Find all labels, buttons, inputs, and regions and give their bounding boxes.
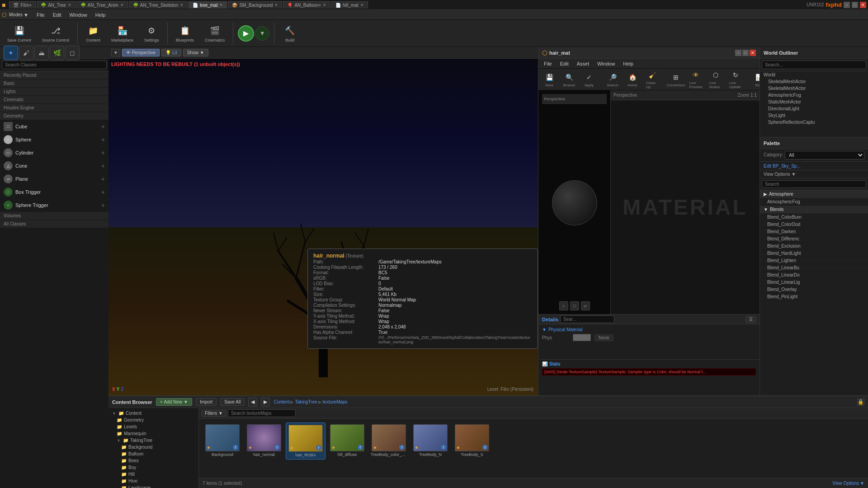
foliage-mode-icon[interactable]: 🌿: [50, 46, 64, 60]
class-item-cylinder[interactable]: ⬭ Cylinder +: [0, 146, 108, 160]
outliner-item-skylight[interactable]: SkyLight: [760, 112, 868, 119]
mat-live-update-button[interactable]: ↻ Live Update: [726, 68, 745, 90]
path-texture-maps[interactable]: textureMaps: [323, 399, 348, 404]
view-options-link[interactable]: View Options ▼: [760, 170, 868, 178]
minimize-button[interactable]: −: [844, 2, 850, 8]
tab-an-tree[interactable]: 🌳 AN_Tree ✕: [37, 1, 75, 9]
path-taking-tree[interactable]: TakingTree: [295, 399, 317, 404]
cube-add-icon[interactable]: +: [101, 123, 105, 130]
section-houdini-engine[interactable]: Houdini Engine: [0, 104, 108, 112]
tab-film[interactable]: 🎬 Film+: [9, 1, 36, 9]
marketplace-button[interactable]: 🏪 Marketplace: [108, 23, 137, 44]
box-trigger-add-icon[interactable]: +: [101, 188, 105, 196]
view-options-button[interactable]: View Options ▼: [832, 481, 864, 486]
import-button[interactable]: Import: [196, 398, 217, 406]
mat-home-button[interactable]: 🏠 Home: [623, 70, 642, 89]
asset-hair-rgba[interactable]: ★ T hair_RGBA: [286, 422, 326, 460]
mat-menu-file[interactable]: File: [540, 60, 556, 67]
palette-item-blend-darken[interactable]: Blend_Darken: [760, 228, 868, 235]
palette-item-blend-linearlig[interactable]: Blend_LinearLig: [760, 279, 868, 286]
asset-treebody-color[interactable]: ★ T TreeBody_color_1001: [369, 422, 409, 460]
place-mode-icon[interactable]: ✦: [4, 46, 18, 60]
palette-category-select[interactable]: All: [785, 151, 864, 160]
class-item-sphere[interactable]: ○ Sphere +: [0, 133, 108, 146]
class-item-plane[interactable]: ▱ Plane +: [0, 173, 108, 186]
tab-sm-background[interactable]: 📦 SM_Background ✕: [228, 1, 282, 9]
outliner-item-static[interactable]: StaticMeshActor: [760, 99, 868, 105]
mat-minimize-button[interactable]: −: [735, 50, 741, 56]
mat-menu-window[interactable]: Window: [594, 60, 618, 67]
palette-item-blend-exclusion[interactable]: Blend_Exclusion: [760, 243, 868, 250]
tree-item-mannequin[interactable]: 📁 Mannequin: [108, 430, 198, 437]
section-cinematic[interactable]: Cinematic: [0, 96, 108, 104]
plane-add-icon[interactable]: +: [101, 175, 105, 183]
close-button[interactable]: ✕: [860, 2, 866, 8]
mat-menu-asset[interactable]: Asset: [573, 60, 593, 67]
show-button[interactable]: Show ▼: [183, 49, 208, 56]
asset-treebody-s[interactable]: ★ T TreeBody_S: [452, 422, 492, 460]
tab-an-tree-anim[interactable]: 🌳 AN_Tree_Anim ✕: [76, 1, 128, 9]
class-item-sphere-trigger[interactable]: ○ Sphere Trigger +: [0, 199, 108, 212]
mat-maximize-button[interactable]: □: [742, 50, 749, 56]
palette-search-input[interactable]: [762, 180, 866, 188]
tree-item-background[interactable]: 📁 Background: [108, 444, 198, 450]
palette-item-blend-linearbu[interactable]: Blend_LinearBu: [760, 264, 868, 272]
path-content[interactable]: Content: [274, 399, 289, 404]
mat-menu-edit[interactable]: Edit: [557, 60, 572, 67]
asset-background[interactable]: ★ T Background: [203, 422, 242, 460]
palette-item-atmospheric-fog[interactable]: AtmosphericFog: [760, 198, 868, 206]
build-button[interactable]: 🔨 Build: [279, 23, 301, 44]
lit-button[interactable]: 💡 Lit: [161, 49, 181, 56]
preview-sphere-button[interactable]: ○: [559, 301, 568, 310]
tree-item-content[interactable]: ▼ 📁 Content: [108, 410, 198, 417]
menu-file[interactable]: File: [33, 11, 48, 19]
add-new-button[interactable]: + Add New ▼: [156, 398, 192, 406]
cone-add-icon[interactable]: +: [101, 162, 105, 169]
menu-window[interactable]: Window: [66, 11, 91, 19]
mat-apply-button[interactable]: ✓ Apply: [580, 70, 598, 89]
mat-close-button[interactable]: ✕: [750, 50, 756, 56]
play-button[interactable]: ▶: [238, 25, 254, 42]
tree-item-geometry[interactable]: 📁 Geometry: [108, 417, 198, 423]
nav-back-button[interactable]: ◀: [248, 398, 257, 407]
outliner-item-directional[interactable]: DirectionalLight: [760, 105, 868, 112]
modes-control[interactable]: Modes ▼: [9, 12, 28, 18]
nav-forward-button[interactable]: ▶: [261, 398, 270, 407]
save-all-button[interactable]: Save All: [220, 398, 245, 406]
palette-item-blend-overlay[interactable]: Blend_Overlay: [760, 286, 868, 293]
tab-hill-mat[interactable]: 📄 hill_mat ✕: [331, 1, 368, 9]
content-button[interactable]: 📁 Content: [82, 23, 104, 44]
paint-mode-icon[interactable]: 🖌: [19, 46, 33, 60]
section-volumes[interactable]: Volumes: [0, 212, 108, 220]
asset-search-input[interactable]: [228, 409, 296, 417]
mat-search-button[interactable]: 🔎 Search: [604, 70, 622, 89]
details-search-input[interactable]: [560, 315, 614, 323]
preview-plane-button[interactable]: ▱: [581, 301, 590, 310]
palette-item-blend-colorburn[interactable]: Blend_ColorBurn: [760, 214, 868, 221]
section-recently-placed[interactable]: Recently Placed: [0, 71, 108, 80]
viewport-canvas[interactable]: LIGHTING NEEDS TO BE REBUILT (1 unbuilt …: [108, 59, 538, 395]
tab-an-tree-skeleton[interactable]: 🌳 AN_Tree_Skeleton ✕: [129, 1, 188, 9]
blueprints-button[interactable]: 📋 Blueprints: [172, 23, 198, 44]
phys-color-swatch[interactable]: [573, 334, 591, 341]
section-geometry[interactable]: Geometry: [0, 112, 108, 120]
palette-item-blend-lighten[interactable]: Blend_Lighten: [760, 257, 868, 264]
details-options-button[interactable]: ☰: [746, 316, 756, 323]
filters-button[interactable]: Filters ▼: [202, 410, 226, 417]
lock-button[interactable]: 🔒: [857, 399, 864, 406]
menu-help[interactable]: Help: [92, 11, 109, 19]
tree-item-levels[interactable]: 📁 Levels: [108, 423, 198, 430]
palette-cat-atmosphere[interactable]: ▶ Atmosphere: [760, 190, 868, 198]
tree-item-landscape[interactable]: 📁 Landscape: [108, 484, 198, 488]
mat-save-button[interactable]: 💾 Save: [540, 70, 558, 89]
section-all-classes[interactable]: All Classes: [0, 220, 108, 228]
palette-item-blend-differenc[interactable]: Blend_Differenc: [760, 235, 868, 243]
palette-item-blend-hardlight[interactable]: Blend_HardLight: [760, 250, 868, 257]
outliner-item-world[interactable]: World: [760, 71, 868, 78]
save-current-button[interactable]: 💾 Save Current: [4, 23, 35, 44]
palette-cat-blends[interactable]: ▼ Blends: [760, 206, 868, 214]
section-basic[interactable]: Basic: [0, 80, 108, 88]
mat-live-preview-button[interactable]: 👁 Live Preview: [687, 68, 705, 90]
physical-material-section[interactable]: ▼ Physical Material: [542, 326, 756, 333]
class-item-cube[interactable]: □ Cube +: [0, 120, 108, 133]
